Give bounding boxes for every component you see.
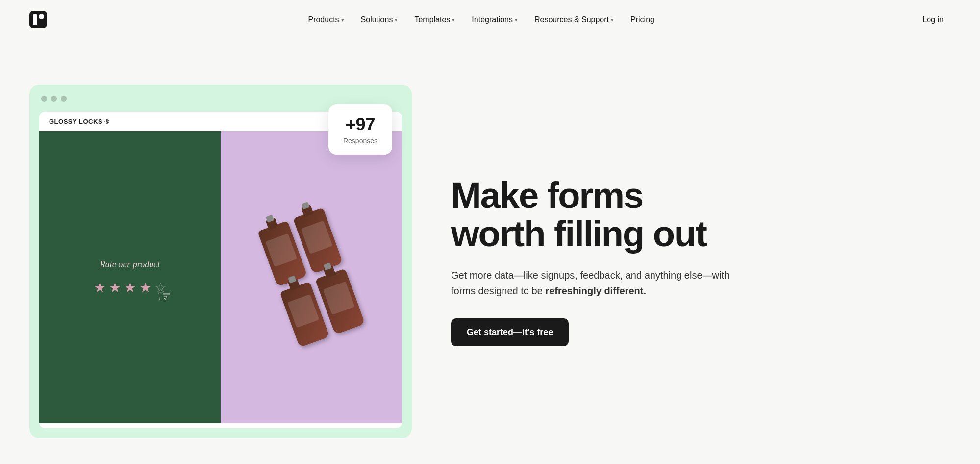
hero-title: Make forms worth filling out bbox=[451, 177, 951, 253]
star-1: ★ bbox=[94, 280, 106, 296]
nav-label-pricing: Pricing bbox=[630, 15, 654, 24]
chevron-down-icon: ▾ bbox=[452, 17, 455, 23]
nav-label-products: Products bbox=[308, 15, 339, 24]
hero-title-line1: Make forms bbox=[451, 175, 643, 216]
bottle-label-1 bbox=[265, 233, 297, 266]
login-button[interactable]: Log in bbox=[915, 11, 951, 28]
dot-red bbox=[41, 96, 47, 102]
chevron-down-icon: ▾ bbox=[515, 17, 518, 23]
responses-label: Responses bbox=[343, 137, 377, 145]
logo[interactable] bbox=[29, 11, 47, 28]
stars-container: ★ ★ ★ ★ ☆ ☞ bbox=[94, 280, 167, 296]
bottle-label-3 bbox=[287, 294, 319, 327]
nav-label-integrations: Integrations bbox=[472, 15, 513, 24]
bottles-grid bbox=[245, 195, 378, 360]
window-dots bbox=[41, 96, 67, 102]
chevron-down-icon: ▾ bbox=[611, 17, 614, 23]
rating-panel: Rate our product ★ ★ ★ ★ ☆ ☞ bbox=[39, 131, 221, 423]
nav-item-pricing[interactable]: Pricing bbox=[624, 11, 661, 28]
navbar: Products ▾ Solutions ▾ Templates ▾ Integ… bbox=[0, 0, 980, 39]
nav-link-resources[interactable]: Resources & Support ▾ bbox=[528, 11, 621, 28]
hero-section: Make forms worth filling out Get more da… bbox=[451, 177, 951, 346]
bottle-label-2 bbox=[301, 220, 333, 254]
logo-icon bbox=[29, 11, 47, 28]
responses-card: +97 Responses bbox=[328, 104, 392, 155]
nav-item-solutions[interactable]: Solutions ▾ bbox=[354, 11, 405, 28]
nav-item-integrations[interactable]: Integrations ▾ bbox=[465, 11, 525, 28]
brand-name: GLOSSY LOCKS ® bbox=[49, 118, 109, 125]
hero-subtitle-bold: refreshingly different. bbox=[545, 285, 646, 296]
hero-title-line2: worth filling out bbox=[451, 213, 706, 254]
responses-count: +97 bbox=[343, 114, 377, 135]
dot-yellow bbox=[51, 96, 57, 102]
nav-link-solutions[interactable]: Solutions ▾ bbox=[354, 11, 405, 28]
nav-label-templates: Templates bbox=[414, 15, 450, 24]
nav-item-resources[interactable]: Resources & Support ▾ bbox=[528, 11, 621, 28]
window-body: Rate our product ★ ★ ★ ★ ☆ ☞ bbox=[39, 131, 402, 423]
form-illustration: +97 Responses GLOSSY LOCKS ® Rate our pr… bbox=[29, 85, 412, 438]
nav-right: Log in bbox=[915, 11, 951, 28]
chevron-down-icon: ▾ bbox=[341, 17, 344, 23]
nav-link-integrations[interactable]: Integrations ▾ bbox=[465, 11, 525, 28]
nav-link-templates[interactable]: Templates ▾ bbox=[407, 11, 462, 28]
cta-button[interactable]: Get started—it's free bbox=[451, 318, 569, 346]
nav-link-products[interactable]: Products ▾ bbox=[301, 11, 351, 28]
nav-label-resources: Resources & Support bbox=[534, 15, 609, 24]
bottle-label-4 bbox=[323, 281, 355, 314]
dot-green bbox=[61, 96, 67, 102]
main-content: +97 Responses GLOSSY LOCKS ® Rate our pr… bbox=[0, 39, 980, 464]
nav-item-products[interactable]: Products ▾ bbox=[301, 11, 351, 28]
cursor-hand-icon: ☞ bbox=[157, 287, 172, 306]
nav-links: Products ▾ Solutions ▾ Templates ▾ Integ… bbox=[301, 11, 661, 28]
nav-item-templates[interactable]: Templates ▾ bbox=[407, 11, 462, 28]
hero-subtitle: Get more data—like signups, feedback, an… bbox=[451, 267, 745, 299]
rate-product-text: Rate our product bbox=[100, 259, 160, 270]
star-3: ★ bbox=[124, 280, 136, 296]
nav-link-pricing[interactable]: Pricing bbox=[624, 11, 661, 28]
form-window: GLOSSY LOCKS ® Rate our product ★ ★ ★ ★ bbox=[39, 112, 402, 428]
star-2: ★ bbox=[109, 280, 121, 296]
chevron-down-icon: ▾ bbox=[395, 17, 398, 23]
star-4: ★ bbox=[139, 280, 151, 296]
product-panel bbox=[221, 131, 402, 423]
nav-label-solutions: Solutions bbox=[361, 15, 393, 24]
